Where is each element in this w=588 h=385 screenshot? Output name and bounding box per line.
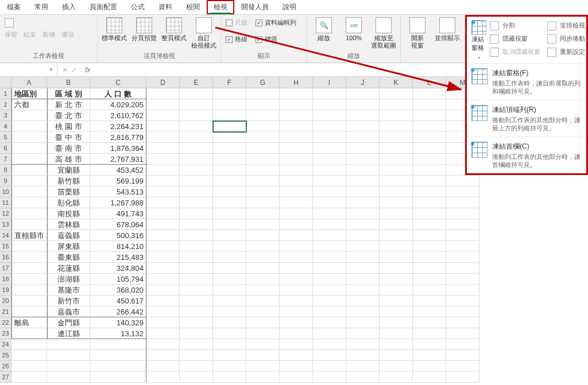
row-header[interactable]: 2	[0, 99, 11, 110]
cell[interactable]	[146, 372, 180, 383]
cell[interactable]	[180, 132, 213, 143]
cell[interactable]	[413, 88, 446, 99]
row-header[interactable]: 19	[0, 285, 11, 295]
cell[interactable]	[180, 230, 213, 241]
cell[interactable]	[180, 306, 213, 317]
cell[interactable]: 苗栗縣	[47, 186, 90, 197]
cell[interactable]	[47, 372, 90, 383]
cell[interactable]: 雲林縣	[47, 219, 90, 230]
cell[interactable]	[413, 132, 446, 143]
cell[interactable]	[313, 241, 346, 252]
cell[interactable]	[180, 274, 213, 285]
cell[interactable]: 678,064	[90, 219, 146, 230]
cell[interactable]: 高 雄 市	[47, 154, 90, 165]
cell[interactable]	[180, 350, 213, 361]
cell[interactable]: 人 口 數	[90, 88, 146, 99]
cell[interactable]: 臺 南 市	[47, 143, 90, 154]
cell[interactable]: 140,329	[90, 317, 146, 328]
cell[interactable]	[213, 361, 246, 372]
cell[interactable]	[280, 219, 313, 230]
cell[interactable]	[213, 121, 246, 132]
cell[interactable]	[413, 339, 446, 350]
custom-view-btn[interactable]: 自訂 檢視模式	[189, 16, 218, 50]
cell[interactable]: 500,316	[90, 230, 146, 241]
cell[interactable]	[146, 285, 180, 295]
cell[interactable]	[246, 154, 280, 165]
cell[interactable]	[180, 252, 213, 263]
cell[interactable]	[280, 295, 313, 306]
col-header[interactable]: B	[47, 77, 90, 88]
zoom-100-btn[interactable]: 100100%	[339, 16, 368, 43]
cell[interactable]	[246, 306, 280, 317]
cell[interactable]	[11, 328, 47, 339]
cell[interactable]	[446, 372, 479, 383]
cell[interactable]	[380, 197, 413, 208]
cell[interactable]	[280, 361, 313, 372]
cell[interactable]	[180, 110, 213, 121]
cell[interactable]: 桃 園 市	[47, 121, 90, 132]
cell[interactable]	[246, 121, 280, 132]
cell[interactable]	[213, 186, 246, 197]
zoom-selection-btn[interactable]: 縮放至 選取範圍	[369, 16, 398, 50]
cell[interactable]	[413, 230, 446, 241]
cell[interactable]	[280, 350, 313, 361]
cell[interactable]	[280, 110, 313, 121]
tab-view[interactable]: 檢視	[207, 0, 234, 14]
col-header[interactable]: H	[280, 77, 313, 88]
cell[interactable]	[180, 339, 213, 350]
cell[interactable]	[11, 121, 47, 132]
cell[interactable]: 六都	[11, 99, 47, 110]
cell[interactable]	[11, 110, 47, 121]
cell[interactable]	[413, 197, 446, 208]
cell[interactable]: 491,743	[90, 208, 146, 219]
cell[interactable]	[413, 99, 446, 110]
cell[interactable]	[446, 328, 479, 339]
cell[interactable]	[380, 361, 413, 372]
cell[interactable]	[280, 176, 313, 186]
cell[interactable]	[246, 88, 280, 99]
cell[interactable]	[313, 274, 346, 285]
cell[interactable]	[90, 350, 146, 361]
cell[interactable]: 2,816,779	[90, 132, 146, 143]
cell[interactable]	[446, 219, 479, 230]
col-header[interactable]: F	[213, 77, 246, 88]
cell[interactable]	[413, 350, 446, 361]
cell[interactable]	[380, 208, 413, 219]
cell[interactable]	[346, 306, 380, 317]
cell[interactable]	[280, 88, 313, 99]
cell[interactable]	[280, 252, 313, 263]
cell[interactable]	[213, 350, 246, 361]
tab-formulas[interactable]: 公式	[124, 0, 152, 14]
cell[interactable]	[180, 372, 213, 383]
cell[interactable]	[213, 99, 246, 110]
cell[interactable]: 嘉義縣	[47, 230, 90, 241]
row-header[interactable]: 18	[0, 274, 11, 285]
cell[interactable]	[213, 274, 246, 285]
cell[interactable]	[346, 361, 380, 372]
cell[interactable]	[280, 154, 313, 165]
cell[interactable]	[446, 274, 479, 285]
cell[interactable]	[313, 361, 346, 372]
cell[interactable]: 金門縣	[47, 317, 90, 328]
cell[interactable]	[380, 88, 413, 99]
cell[interactable]	[446, 317, 479, 328]
cell[interactable]	[47, 361, 90, 372]
new-window-btn[interactable]: 開新 視窗	[403, 16, 432, 50]
cell[interactable]	[213, 295, 246, 306]
cell[interactable]	[313, 339, 346, 350]
cell[interactable]	[246, 361, 280, 372]
freeze-first-col-item[interactable]: ✱ 凍結首欄(C)捲動到工作表的其他部分時，讓首欄維持可見。	[467, 137, 586, 173]
cell[interactable]	[11, 263, 47, 274]
cell[interactable]	[213, 339, 246, 350]
cell[interactable]	[380, 110, 413, 121]
cell[interactable]	[446, 186, 479, 197]
cell[interactable]	[380, 372, 413, 383]
tab-developer[interactable]: 開發人員	[234, 0, 276, 14]
cell[interactable]	[346, 328, 380, 339]
cell[interactable]	[413, 241, 446, 252]
cell[interactable]	[213, 219, 246, 230]
cell[interactable]	[313, 110, 346, 121]
cell[interactable]	[146, 121, 180, 132]
cell[interactable]: 543,513	[90, 186, 146, 197]
cell[interactable]	[380, 274, 413, 285]
